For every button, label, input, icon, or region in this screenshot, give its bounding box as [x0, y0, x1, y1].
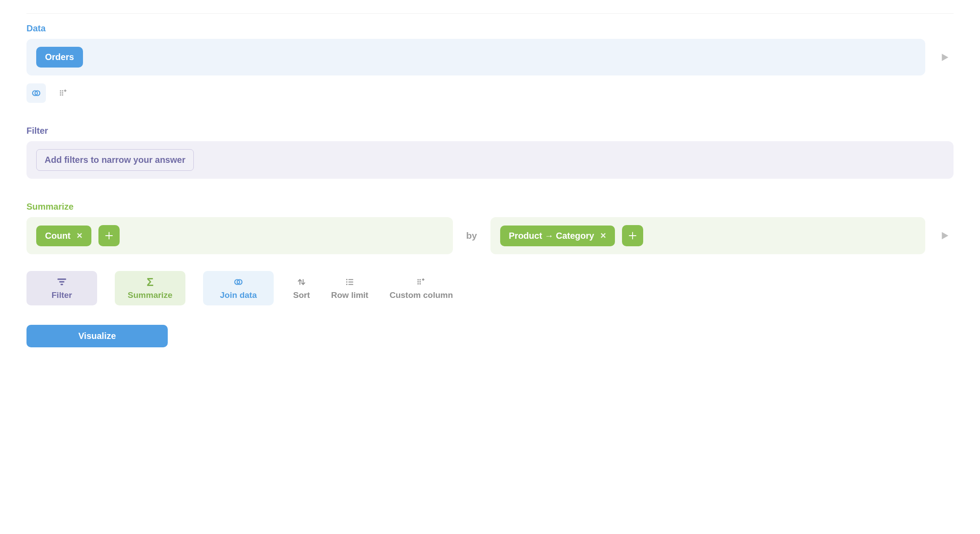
remove-aggregation-icon[interactable]: ×: [77, 231, 83, 241]
groupby-chip[interactable]: Product → Category ×: [500, 226, 615, 246]
data-section-label: Data: [26, 23, 954, 34]
action-sort-label: Sort: [293, 290, 310, 300]
add-aggregation-button[interactable]: [98, 225, 120, 246]
sort-icon: [296, 276, 307, 288]
groupby-panel: Product → Category ×: [490, 217, 925, 254]
action-join[interactable]: Join data: [203, 271, 274, 305]
action-filter[interactable]: Filter: [26, 271, 97, 305]
svg-rect-6: [60, 94, 61, 96]
join-icon: [233, 276, 244, 288]
svg-rect-7: [62, 94, 63, 96]
svg-rect-19: [418, 279, 419, 281]
filter-panel: Add filters to narrow your answer: [26, 141, 954, 179]
summarize-section-label: Summarize: [26, 202, 954, 212]
action-filter-label: Filter: [52, 290, 72, 300]
add-groupby-button[interactable]: [622, 225, 643, 246]
by-label: by: [464, 230, 480, 241]
svg-rect-21: [418, 281, 419, 282]
aggregation-label: Count: [45, 231, 71, 241]
svg-rect-4: [60, 92, 61, 94]
action-row-limit[interactable]: Row limit: [329, 271, 370, 305]
svg-rect-10: [60, 284, 63, 285]
aggregation-chip[interactable]: Count ×: [36, 226, 91, 246]
summarize-run-arrow[interactable]: [936, 227, 954, 244]
svg-rect-16: [348, 282, 353, 282]
svg-rect-18: [348, 284, 353, 285]
aggregation-panel: Count ×: [26, 217, 453, 254]
svg-rect-2: [60, 90, 61, 92]
svg-rect-23: [418, 283, 419, 285]
play-icon: [940, 53, 950, 62]
custom-column-icon: [59, 88, 68, 98]
svg-rect-22: [420, 281, 421, 282]
action-tile-row: Filter Σ Summarize Join data Sort: [26, 271, 954, 305]
action-sort[interactable]: Sort: [291, 271, 312, 305]
action-custom-column-label: Custom column: [389, 290, 453, 300]
svg-rect-5: [62, 92, 63, 94]
svg-rect-9: [59, 281, 64, 282]
join-icon: [31, 88, 41, 98]
action-summarize-label: Summarize: [128, 290, 172, 300]
plus-icon: [104, 231, 114, 241]
svg-rect-14: [348, 279, 353, 280]
filter-icon: [56, 276, 68, 288]
sigma-icon: Σ: [147, 276, 154, 288]
list-icon: [344, 276, 355, 288]
groupby-label: Product → Category: [509, 231, 594, 241]
filter-section-label: Filter: [26, 126, 954, 136]
join-icon-button[interactable]: [26, 83, 46, 103]
data-source-panel: Orders: [26, 39, 925, 75]
svg-rect-24: [420, 283, 421, 285]
custom-column-icon: [416, 276, 426, 288]
add-filter-button[interactable]: Add filters to narrow your answer: [36, 149, 194, 171]
data-run-arrow[interactable]: [936, 49, 954, 66]
plus-icon: [628, 231, 637, 241]
visualize-button[interactable]: Visualize: [26, 325, 168, 347]
svg-rect-3: [62, 90, 63, 92]
play-icon: [940, 231, 950, 241]
action-summarize[interactable]: Σ Summarize: [115, 271, 185, 305]
action-custom-column[interactable]: Custom column: [388, 271, 455, 305]
svg-point-13: [346, 279, 347, 280]
svg-point-17: [346, 284, 347, 285]
top-divider: [26, 13, 954, 14]
action-join-label: Join data: [220, 290, 256, 300]
svg-point-15: [346, 282, 347, 283]
svg-rect-8: [57, 278, 66, 280]
custom-column-icon-button[interactable]: [54, 83, 73, 103]
remove-groupby-icon[interactable]: ×: [600, 231, 606, 241]
data-source-chip[interactable]: Orders: [36, 47, 83, 68]
svg-rect-20: [420, 279, 421, 281]
action-row-limit-label: Row limit: [331, 290, 368, 300]
